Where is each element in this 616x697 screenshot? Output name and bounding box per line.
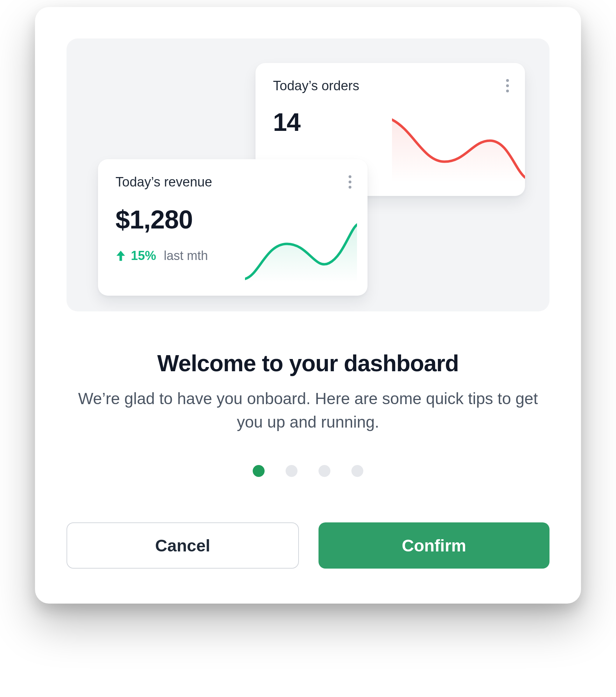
trend-label: last mth (164, 248, 208, 263)
revenue-sparkline (245, 223, 357, 282)
arrow-up-icon (115, 250, 126, 262)
trend-percent: 15% (131, 248, 156, 263)
orders-sparkline (392, 116, 525, 183)
confirm-button[interactable]: Confirm (318, 522, 550, 569)
orders-card-title: Today’s orders (273, 78, 359, 93)
pagination-dots (66, 465, 550, 477)
illustration-panel: Today’s orders 14 Today’s rev (66, 38, 550, 311)
more-vertical-icon[interactable] (504, 77, 511, 94)
pager-dot-2[interactable] (286, 465, 298, 477)
cancel-button[interactable]: Cancel (66, 522, 299, 569)
pager-dot-4[interactable] (351, 465, 363, 477)
modal-subtext: We’re glad to have you onboard. Here are… (66, 387, 550, 434)
stat-card-revenue: Today’s revenue $1,280 15% last mth (98, 159, 368, 296)
modal-actions: Cancel Confirm (66, 522, 550, 569)
modal-headline: Welcome to your dashboard (66, 350, 550, 376)
more-vertical-icon[interactable] (346, 173, 354, 191)
onboarding-modal: Today’s orders 14 Today’s rev (35, 7, 581, 604)
pager-dot-3[interactable] (318, 465, 330, 477)
revenue-card-title: Today’s revenue (115, 175, 212, 190)
pager-dot-1[interactable] (253, 465, 265, 477)
